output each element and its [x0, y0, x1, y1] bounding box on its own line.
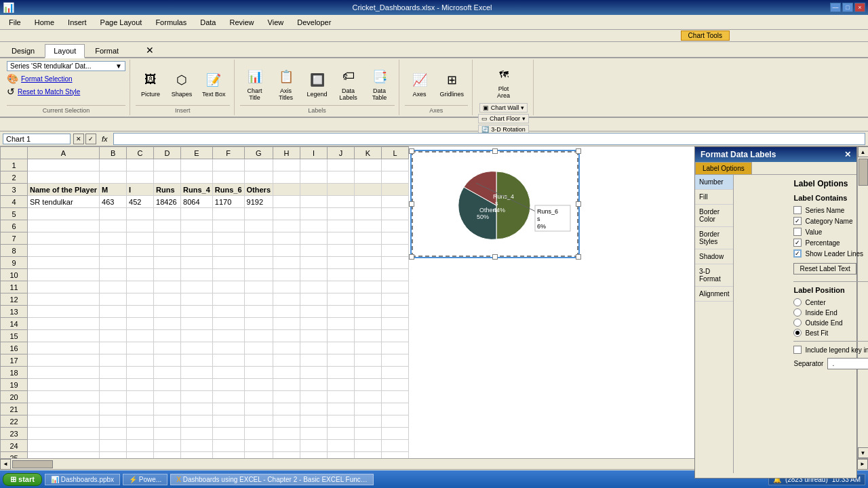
fdl-nav-shadow[interactable]: Shadow: [695, 249, 733, 264]
cell-r2-c3[interactable]: [127, 171, 154, 184]
cell-r10-c12[interactable]: [382, 269, 409, 281]
cell-r20-c5[interactable]: [181, 391, 213, 403]
col-header-c[interactable]: C: [127, 147, 154, 159]
cell-r22-c1[interactable]: [28, 415, 100, 428]
cell-r10-c3[interactable]: [127, 269, 154, 281]
cell-r12-c10[interactable]: [328, 293, 355, 306]
cell-r2-c8[interactable]: [273, 171, 300, 184]
cell-r22-c3[interactable]: [127, 415, 154, 428]
cell-r17-c12[interactable]: [382, 354, 409, 367]
cell-r21-c12[interactable]: [382, 403, 409, 415]
cell-r12-c5[interactable]: [181, 293, 213, 306]
cell-r7-c4[interactable]: [154, 232, 181, 245]
cell-r22-c6[interactable]: [212, 415, 244, 428]
cell-r7-c8[interactable]: [273, 232, 300, 245]
confirm-formula-btn[interactable]: ✓: [85, 134, 96, 144]
format-selection-link[interactable]: 🎨 Format Selection: [7, 73, 73, 84]
cell-r24-c3[interactable]: [127, 440, 154, 452]
cell-r20-c12[interactable]: [382, 391, 409, 403]
cell-r10-c5[interactable]: [181, 269, 213, 281]
cell-r5-c8[interactable]: [273, 208, 300, 220]
cell-r17-c2[interactable]: [100, 354, 127, 367]
cell-r2-c6[interactable]: [212, 171, 244, 184]
cell-r10-c4[interactable]: [154, 269, 181, 281]
cell-r21-c10[interactable]: [328, 403, 355, 415]
cell-r11-c8[interactable]: [273, 281, 300, 293]
plot-area-button[interactable]: 🗺 PlotArea: [487, 61, 521, 102]
cell-r3-c2[interactable]: M: [100, 184, 127, 196]
cell-r6-c1[interactable]: [28, 220, 100, 232]
cell-r18-c10[interactable]: [328, 367, 355, 379]
cell-r11-c6[interactable]: [212, 281, 244, 293]
cell-r13-c6[interactable]: [212, 306, 244, 318]
cell-r22-c2[interactable]: [100, 415, 127, 428]
cell-r25-c7[interactable]: [244, 452, 273, 459]
cell-r18-c2[interactable]: [100, 367, 127, 379]
cell-r4-c8[interactable]: [273, 196, 300, 208]
cell-r25-c6[interactable]: [212, 452, 244, 459]
cell-r17-c9[interactable]: [300, 354, 328, 367]
cell-r5-c2[interactable]: [100, 208, 127, 220]
data-labels-button[interactable]: 🏷 DataLabels: [334, 63, 363, 104]
cell-r13-c5[interactable]: [181, 306, 213, 318]
checkbox-value[interactable]: [793, 228, 802, 236]
cell-r5-c12[interactable]: [382, 208, 409, 220]
chart-overlay[interactable]: Others 50% Runs_4 s 44% Runs_6 s 6%: [410, 150, 580, 258]
cell-r7-c3[interactable]: [127, 232, 154, 245]
reset-label-text-button[interactable]: Reset Label Text: [793, 263, 856, 274]
cell-r1-c8[interactable]: [273, 159, 300, 171]
cell-r19-c1[interactable]: [28, 379, 100, 391]
cell-r19-c6[interactable]: [212, 379, 244, 391]
resize-handle-r[interactable]: [576, 201, 581, 207]
cell-r5-c5[interactable]: [181, 208, 213, 220]
cell-r8-c4[interactable]: [154, 245, 181, 257]
cell-r8-c12[interactable]: [382, 245, 409, 257]
menu-view[interactable]: View: [262, 16, 290, 28]
menu-insert[interactable]: Insert: [62, 16, 93, 28]
cell-r12-c3[interactable]: [127, 293, 154, 306]
cell-r20-c3[interactable]: [127, 391, 154, 403]
cell-r14-c5[interactable]: [181, 318, 213, 330]
cell-r8-c8[interactable]: [273, 245, 300, 257]
cell-r19-c2[interactable]: [100, 379, 127, 391]
cell-r9-c9[interactable]: [300, 257, 328, 269]
picture-button[interactable]: 🖼 Picture: [136, 66, 165, 100]
cell-r21-c8[interactable]: [273, 403, 300, 415]
cell-r3-c1[interactable]: Name of the Player: [28, 184, 100, 196]
cell-r16-c7[interactable]: [244, 342, 273, 354]
cell-r23-c2[interactable]: [100, 428, 127, 440]
cell-r20-c2[interactable]: [100, 391, 127, 403]
taskbar-item-power[interactable]: ⚡ Powe...: [123, 474, 167, 485]
cell-r9-c8[interactable]: [273, 257, 300, 269]
cell-r3-c10[interactable]: [328, 184, 355, 196]
taskbar-item-dashboards-ppb[interactable]: 📊 Dashboards.ppbx: [45, 474, 120, 485]
cell-r15-c11[interactable]: [355, 330, 382, 342]
scroll-up-btn[interactable]: ▲: [858, 146, 869, 157]
start-button[interactable]: ⊞ start: [3, 473, 42, 486]
radio-center[interactable]: [793, 298, 802, 306]
cell-r16-c4[interactable]: [154, 342, 181, 354]
cell-r16-c8[interactable]: [273, 342, 300, 354]
cell-r1-c3[interactable]: [127, 159, 154, 171]
cell-r6-c11[interactable]: [355, 220, 382, 232]
resize-handle-tl[interactable]: [409, 148, 414, 154]
reset-style-link[interactable]: ↺ Reset to Match Style: [7, 86, 80, 97]
cell-r15-c4[interactable]: [154, 330, 181, 342]
cell-r4-c11[interactable]: [355, 196, 382, 208]
cell-r12-c9[interactable]: [300, 293, 328, 306]
cell-r17-c11[interactable]: [355, 354, 382, 367]
cell-r20-c4[interactable]: [154, 391, 181, 403]
h-scroll-thumb[interactable]: [12, 460, 53, 468]
cell-r21-c4[interactable]: [154, 403, 181, 415]
cell-r6-c12[interactable]: [382, 220, 409, 232]
cell-r15-c6[interactable]: [212, 330, 244, 342]
cell-r1-c7[interactable]: [244, 159, 273, 171]
cell-r2-c5[interactable]: [181, 171, 213, 184]
cell-r13-c11[interactable]: [355, 306, 382, 318]
cell-r12-c4[interactable]: [154, 293, 181, 306]
cell-r6-c5[interactable]: [181, 220, 213, 232]
cell-r3-c5[interactable]: Runs_4: [181, 184, 213, 196]
axis-titles-button[interactable]: 📋 AxisTitles: [271, 63, 301, 104]
cell-r2-c12[interactable]: [382, 171, 409, 184]
textbox-button[interactable]: 📝 Text Box: [198, 66, 230, 100]
